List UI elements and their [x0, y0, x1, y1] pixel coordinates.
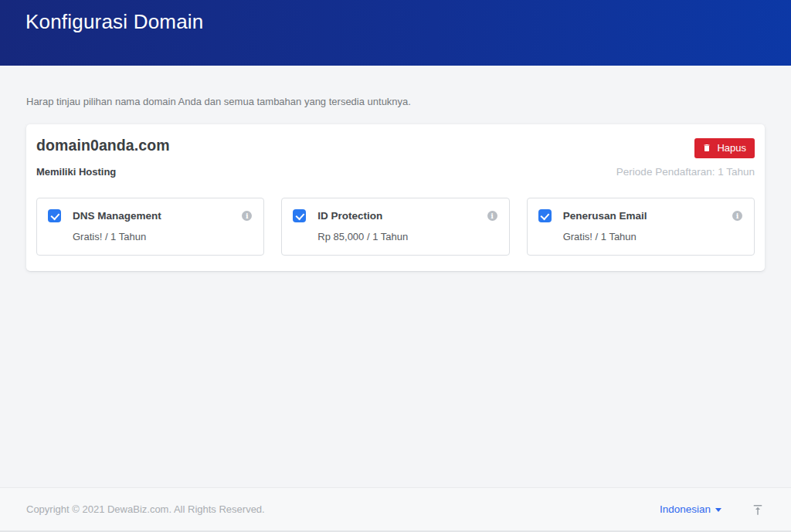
language-selector[interactable]: Indonesian — [660, 503, 721, 515]
addon-price: Rp 85,000 / 1 Tahun — [317, 231, 497, 242]
domain-card: domain0anda.com Hapus Memiliki Hosting P… — [26, 124, 765, 271]
delete-button-label: Hapus — [717, 142, 746, 154]
addon-checkbox[interactable] — [538, 209, 552, 222]
scroll-to-top-button[interactable] — [751, 503, 765, 517]
delete-domain-button[interactable]: Hapus — [694, 138, 755, 158]
addon-list: DNS Management Gratis! / 1 Tahun ID Prot… — [36, 198, 755, 256]
addon-name: DNS Management — [73, 210, 242, 222]
page-title: Konfigurasi Domain — [25, 10, 791, 34]
addon-checkbox[interactable] — [48, 209, 61, 222]
addon-checkbox[interactable] — [293, 209, 306, 222]
page-header: Konfigurasi Domain — [0, 0, 791, 66]
copyright-text: Copyright © 2021 DewaBiz.com. All Rights… — [26, 503, 265, 515]
chevron-down-icon — [715, 508, 721, 512]
main-content: Harap tinjau pilihan nama domain Anda da… — [0, 66, 791, 487]
addon-price: Gratis! / 1 Tahun — [73, 231, 252, 242]
domain-card-subheader: Memiliki Hosting Periode Pendaftaran: 1 … — [36, 166, 755, 178]
info-icon[interactable] — [487, 211, 497, 221]
language-selector-label: Indonesian — [660, 503, 711, 515]
addon-penerusan-email: Penerusan Email Gratis! / 1 Tahun — [527, 198, 755, 256]
domain-card-header: domain0anda.com Hapus — [36, 137, 755, 158]
konfigurasi-domain-page: Konfigurasi Domain Harap tinjau pilihan … — [0, 0, 791, 532]
addon-price: Gratis! / 1 Tahun — [563, 231, 742, 242]
trash-icon — [702, 143, 711, 153]
domain-name: domain0anda.com — [36, 137, 170, 154]
info-icon[interactable] — [242, 211, 252, 221]
addon-name: Penerusan Email — [563, 210, 732, 222]
scroll-to-top-icon — [751, 503, 765, 517]
hosting-status-label: Memiliki Hosting — [36, 166, 116, 178]
intro-text: Harap tinjau pilihan nama domain Anda da… — [26, 96, 765, 107]
page-footer: Copyright © 2021 DewaBiz.com. All Rights… — [0, 487, 791, 532]
addon-id-protection: ID Protection Rp 85,000 / 1 Tahun — [281, 198, 509, 256]
addon-name: ID Protection — [317, 210, 487, 222]
addon-dns-management: DNS Management Gratis! / 1 Tahun — [36, 198, 264, 256]
info-icon[interactable] — [732, 211, 742, 221]
registration-period-label: Periode Pendaftaran: 1 Tahun — [616, 166, 755, 178]
